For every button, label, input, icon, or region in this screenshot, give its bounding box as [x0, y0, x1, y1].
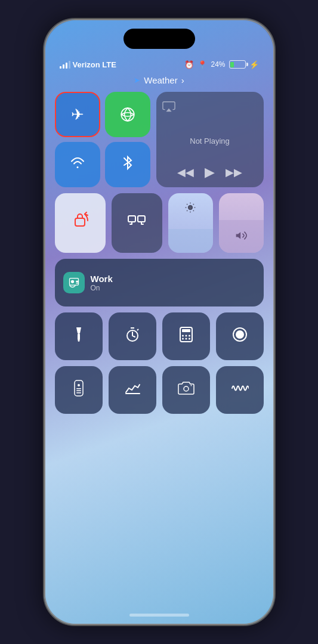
stocks-icon [124, 380, 141, 400]
phone-frame: Verizon LTE ⏰ 📍 24% ⚡ ➤ Weather › [43, 18, 276, 626]
calculator-button[interactable] [162, 312, 210, 360]
location-arrow-icon: ➤ [134, 76, 140, 85]
weather-label: Weather [144, 75, 177, 85]
svg-point-32 [78, 384, 80, 386]
screen-record-button[interactable] [216, 312, 264, 360]
remote-icon [73, 379, 84, 401]
svg-point-5 [189, 206, 193, 210]
svg-rect-2 [75, 218, 85, 226]
svg-point-30 [236, 331, 243, 338]
volume-up-button[interactable] [43, 144, 44, 180]
slider-group [168, 193, 264, 253]
bluetooth-button[interactable] [105, 142, 150, 187]
brightness-fill [168, 229, 213, 253]
cellular-button[interactable] [105, 92, 150, 137]
svg-rect-19 [78, 333, 80, 340]
not-playing-label: Not Playing [190, 137, 229, 145]
svg-rect-4 [138, 216, 145, 222]
play-button[interactable]: ▶ [205, 165, 215, 180]
carrier-label: Verizon LTE [73, 60, 116, 69]
utility-row-1 [55, 312, 264, 360]
utility-row-2 [55, 366, 264, 414]
svg-rect-18 [76, 283, 78, 283]
second-row [55, 193, 264, 253]
svg-line-13 [193, 204, 194, 205]
airplay-icon[interactable] [162, 100, 175, 117]
mute-switch[interactable] [43, 114, 44, 136]
battery-body [229, 60, 246, 69]
volume-slider[interactable] [219, 193, 264, 253]
bluetooth-icon [122, 154, 134, 175]
svg-rect-35 [76, 392, 81, 394]
mirror-icon [128, 214, 146, 232]
signal-bar-3 [66, 63, 67, 69]
svg-point-16 [71, 280, 73, 283]
svg-rect-33 [76, 388, 81, 389]
flashlight-button[interactable] [55, 312, 103, 360]
rewind-button[interactable]: ◀◀ [177, 166, 194, 179]
battery-percent-label: 24% [211, 60, 225, 69]
status-bar: Verizon LTE ⏰ 📍 24% ⚡ [45, 56, 273, 73]
focus-mode-label: Work [91, 274, 113, 284]
svg-line-12 [187, 210, 187, 211]
svg-point-27 [185, 338, 187, 339]
camera-icon [177, 380, 195, 400]
focus-text: Work On [91, 274, 113, 292]
weather-chevron-icon: › [181, 75, 184, 85]
svg-point-26 [182, 338, 184, 339]
top-grid-row: ✈ [55, 92, 264, 187]
volume-down-button[interactable] [43, 188, 44, 224]
voice-memos-button[interactable] [216, 366, 264, 414]
power-button[interactable] [274, 138, 276, 186]
svg-point-24 [185, 335, 187, 336]
voice-memos-icon [231, 380, 249, 400]
focus-status-label: On [91, 284, 113, 292]
svg-point-23 [182, 335, 184, 336]
calculator-icon [178, 326, 194, 347]
lock-rotation-icon [70, 210, 90, 236]
svg-point-28 [189, 338, 190, 339]
screen-lock-button[interactable] [55, 193, 106, 253]
signal-bar-1 [60, 66, 61, 69]
focus-avatar [63, 272, 85, 293]
signal-strength-icon [60, 60, 70, 69]
svg-point-25 [189, 335, 190, 336]
svg-marker-14 [236, 232, 241, 239]
stocks-button[interactable] [109, 366, 156, 414]
weather-bar[interactable]: ➤ Weather › [134, 75, 184, 85]
status-left: Verizon LTE [60, 60, 116, 69]
airplane-mode-button[interactable]: ✈ [55, 92, 100, 137]
focus-button[interactable]: Work On [55, 259, 264, 306]
alarm-icon: ⏰ [184, 60, 194, 69]
signal-bar-4 [69, 61, 70, 69]
battery-fill [230, 62, 234, 67]
timer-button[interactable] [109, 312, 156, 360]
cellular-icon [120, 107, 135, 122]
brightness-slider[interactable] [168, 193, 213, 253]
connectivity-grid: ✈ [55, 92, 150, 187]
svg-rect-17 [76, 281, 78, 283]
phone-screen: Verizon LTE ⏰ 📍 24% ⚡ ➤ Weather › [45, 20, 273, 624]
status-right: ⏰ 📍 24% ⚡ [184, 60, 258, 69]
fast-forward-button[interactable]: ▶▶ [226, 166, 242, 179]
svg-point-36 [184, 386, 189, 391]
svg-line-11 [193, 210, 194, 211]
wifi-icon [69, 156, 86, 174]
svg-marker-1 [166, 109, 171, 112]
remote-button[interactable] [55, 366, 103, 414]
media-controls: ◀◀ ▶ ▶▶ [177, 165, 242, 180]
svg-rect-34 [76, 391, 81, 392]
flashlight-icon [72, 326, 85, 347]
media-player-widget[interactable]: Not Playing ◀◀ ▶ ▶▶ [156, 92, 264, 187]
camera-button[interactable] [162, 366, 210, 414]
battery-indicator [229, 60, 246, 69]
screen-mirror-button[interactable] [112, 193, 162, 253]
control-center: ✈ [55, 92, 264, 576]
airplane-icon: ✈ [71, 106, 84, 124]
focus-row: Work On [55, 259, 264, 306]
timer-icon [124, 326, 141, 347]
volume-icon [235, 230, 247, 244]
wifi-button[interactable] [55, 142, 100, 187]
svg-rect-3 [128, 216, 135, 222]
location-icon: 📍 [197, 60, 207, 69]
